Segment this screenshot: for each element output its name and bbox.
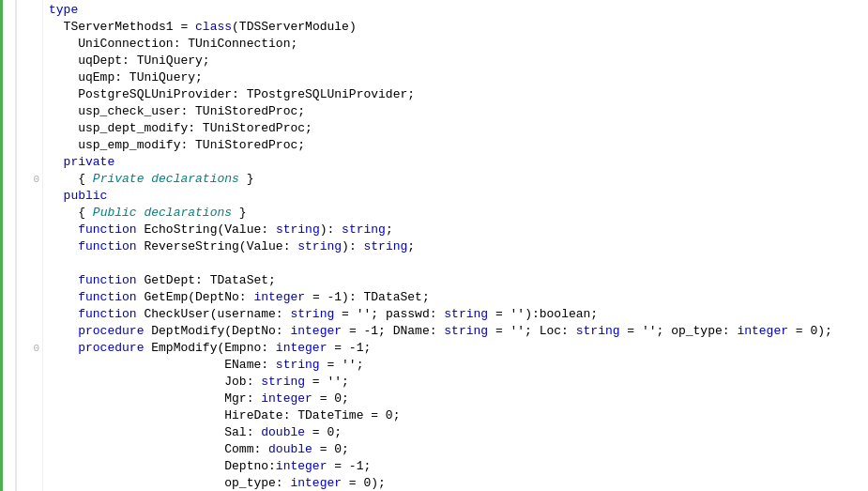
identifier: { [78,206,93,220]
identifier: = 0; [312,442,349,456]
identifier: = 0); [788,324,832,338]
kw-double-1: double [261,425,305,439]
identifier: uqEmp: TUniQuery; [78,70,203,84]
code-line-10: private [49,154,868,171]
code-line-18: function GetEmp(DeptNo: integer = -1): T… [49,289,868,306]
code-line-28: Deptno:integer = -1; [49,458,868,475]
identifier: Deptno: [224,459,276,473]
identifier: ; [386,222,393,237]
identifier: UniConnection: TUniConnection; [78,37,297,51]
code-line-27: Comm: double = 0; [49,441,868,458]
identifier: uqDept: TUniQuery; [78,54,209,68]
identifier: ): [320,222,342,237]
identifier: } [239,172,254,186]
line-num-19 [17,306,39,323]
identifier: ReverseString(Value: [144,239,297,253]
identifier: Comm: [224,442,268,456]
code-line-14: function EchoString(Value: string): stri… [49,222,868,238]
kw-string-6: string [444,307,488,321]
code-line-12: public [49,188,868,205]
line-num-23 [17,374,39,391]
identifier: ): [342,239,363,253]
kw-integer-1: integer [253,290,305,304]
keyword-type: type [49,3,78,17]
line-num-2 [17,19,39,36]
side-markers [0,0,17,491]
identifier: op_type: [224,476,290,490]
identifier: Mgr: [224,391,261,406]
identifier: usp_dept_modify: TUniStoredProc; [78,121,312,135]
line-num-11: 0 [17,171,39,188]
line-num-3 [17,36,39,53]
kw-integer-4: integer [276,341,327,355]
code-line-7: usp_check_user: TUniStoredProc; [49,103,868,120]
line-num-26 [17,424,39,441]
identifier: GetDept: TDataSet; [144,273,275,287]
identifier: CheckUser(username: [144,307,290,321]
kw-string-9: string [276,358,320,372]
kw-string-4: string [363,239,407,253]
identifier: EchoString(Value: [144,222,275,237]
line-num-20 [17,323,39,340]
kw-integer-5: integer [261,391,312,406]
code-line-19: function CheckUser(username: string = ''… [49,306,868,323]
identifier: = -1; DName: [342,324,444,338]
identifier: GetEmp(DeptNo: [144,290,253,304]
identifier: = ''; op_type: [620,324,738,338]
identifier: = ''):boolean; [488,307,598,321]
line-num-1 [17,2,39,19]
identifier: = 0; [305,425,342,439]
code-line-5: uqEmp: TUniQuery; [49,69,868,86]
code-line-3: UniConnection: TUniConnection; [49,36,868,53]
code-line-25: HireDate: TDateTime = 0; [49,407,868,424]
code-line-23: Job: string = ''; [49,374,868,391]
line-num-24 [17,391,39,407]
code-line-9: usp_emp_modify: TUniStoredProc; [49,137,868,154]
kw-integer-7: integer [290,476,342,490]
line-num-29 [17,475,39,491]
identifier: usp_check_user: TUniStoredProc; [78,104,305,118]
kw-function-2: function [78,239,144,253]
line-num-12 [17,188,39,205]
kw-string-5: string [290,307,334,321]
identifier: = -1; [327,341,371,355]
line-num-6 [17,86,39,103]
kw-string-7: string [444,324,488,338]
line-num-18 [17,289,39,306]
code-line-4: uqDept: TUniQuery; [49,53,868,69]
keyword-class: class [195,20,232,34]
code-line-8: usp_dept_modify: TUniStoredProc; [49,120,868,137]
identifier: = 0; [312,391,349,406]
kw-integer-2: integer [290,324,342,338]
line-num-7 [17,103,39,120]
code-line-21: procedure EmpModify(Empno: integer = -1; [49,340,868,357]
identifier: TServerMethods1 = [64,20,195,34]
code-editor[interactable]: type TServerMethods1 = class(TDSServerMo… [43,0,868,491]
kw-integer-6: integer [276,459,327,473]
kw-procedure-2: procedure [78,341,151,355]
code-line-26: Sal: double = 0; [49,424,868,441]
identifier: = ''; Loc: [488,324,576,338]
kw-double-2: double [268,442,312,456]
identifier: } [232,206,247,220]
comment-public: Public declarations [93,206,232,220]
line-num-9 [17,137,39,154]
identifier: ; [407,239,415,253]
line-num-22 [17,357,39,374]
kw-string-3: string [297,239,342,253]
identifier: EmpModify(Empno: [151,341,276,355]
identifier: = 0); [342,476,386,490]
line-numbers: 0 0 [17,0,43,491]
identifier: (TDSServerModule) [232,20,357,34]
line-num-28 [17,458,39,475]
kw-string-10: string [261,375,305,389]
code-line-1: type [49,2,868,19]
kw-string-8: string [576,324,620,338]
identifier: Job: [224,375,261,389]
kw-function-4: function [78,290,144,304]
code-line-11: { Private declarations } [49,171,868,188]
comment-private: Private declarations [93,172,239,186]
code-line-13: { Public declarations } [49,205,868,222]
line-num-15 [17,238,39,255]
line-num-8 [17,120,39,137]
